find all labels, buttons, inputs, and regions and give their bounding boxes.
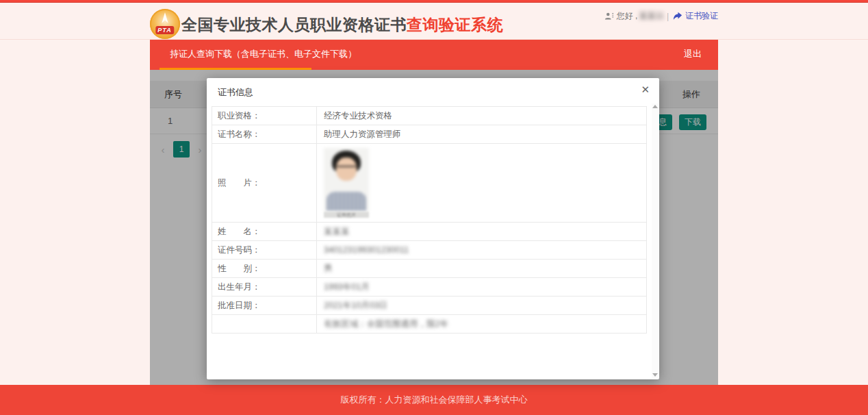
field-value-redacted: 有效区域：全国范围通用，限2年 <box>317 315 647 334</box>
page: PTA 全国专业技术人员职业资格证书查询验证系统 您好 , 某某11 | 证书验… <box>0 0 868 415</box>
field-label: 姓 名： <box>212 223 317 241</box>
close-icon[interactable]: ✕ <box>641 84 650 95</box>
info-row-approval-date: 批准日期： 2021年10月03日 <box>212 297 647 315</box>
photo-wrap: 证件照片 <box>324 148 369 218</box>
certificate-photo <box>324 148 369 211</box>
page-title-main: 全国专业技术人员职业资格证书 <box>181 16 407 34</box>
page-title-accent: 查询验证系统 <box>407 16 503 34</box>
field-value: 助理人力资源管理师 <box>317 125 647 144</box>
field-label: 批准日期： <box>212 297 317 315</box>
page-title: 全国专业技术人员职业资格证书查询验证系统 <box>181 14 503 36</box>
field-label: 证书名称： <box>212 125 317 144</box>
field-value-redacted: 340123199301230011 <box>317 241 647 260</box>
field-label: 证件号码： <box>212 241 317 260</box>
info-row-id-number: 证件号码： 340123199301230011 <box>212 241 647 260</box>
tab-holder-query-download[interactable]: 持证人查询下载（含电子证书、电子文件下载） <box>159 40 367 70</box>
scroll-up-icon[interactable] <box>652 105 658 108</box>
field-label: 出生年月： <box>212 278 317 297</box>
nav-bar: 持证人查询下载（含电子证书、电子文件下载） 退出 <box>150 40 718 70</box>
field-value-redacted: 1993年01月 <box>317 278 647 297</box>
field-value-redacted: 某某某 <box>317 223 647 241</box>
field-value-redacted: 男 <box>317 260 647 278</box>
modal-body: 职业资格： 经济专业技术资格 证书名称： 助理人力资源管理师 照 片： <box>207 103 659 334</box>
logout-button[interactable]: 退出 <box>667 40 718 70</box>
pta-logo: PTA <box>150 9 180 39</box>
certificate-info-table: 职业资格： 经济专业技术资格 证书名称： 助理人力资源管理师 照 片： <box>212 106 647 334</box>
header-container: PTA 全国专业技术人员职业资格证书查询验证系统 您好 , 某某11 | 证书验… <box>150 3 718 39</box>
modal-title: 证书信息 <box>218 86 253 99</box>
info-row-certificate-name: 证书名称： 助理人力资源管理师 <box>212 125 647 144</box>
field-value: 证件照片 <box>317 144 647 223</box>
site-header: PTA 全国专业技术人员职业资格证书查询验证系统 您好 , 某某11 | 证书验… <box>0 3 868 40</box>
field-label <box>212 315 317 334</box>
photo-glasses <box>337 166 356 171</box>
footer: 版权所有：人力资源和社会保障部人事考试中心 <box>0 385 868 415</box>
username-redacted: 某某11 <box>639 10 663 22</box>
field-label: 性 别： <box>212 260 317 278</box>
greeting-text: 您好 , <box>617 10 638 22</box>
top-accent-strip <box>0 0 868 3</box>
pta-logo-text: PTA <box>155 26 174 34</box>
field-label: 职业资格： <box>212 107 317 125</box>
info-row-qualification: 职业资格： 经济专业技术资格 <box>212 107 647 125</box>
certificate-info-modal: 证书信息 ✕ 职业资格： 经济专业技术资格 证书名称： 助理人力资源管理师 照 … <box>207 78 659 379</box>
info-row-gender: 性 别： 男 <box>212 260 647 278</box>
share-arrow-icon <box>673 12 682 21</box>
user-icon <box>604 12 614 21</box>
separator: | <box>667 12 669 21</box>
modal-scrollbar[interactable] <box>652 103 659 378</box>
info-row-birth-date: 出生年月： 1993年01月 <box>212 278 647 297</box>
certificate-verify-link[interactable]: 证书验证 <box>685 10 718 22</box>
copyright-text: 版权所有：人力资源和社会保障部人事考试中心 <box>341 394 528 406</box>
photo-shirt <box>327 192 366 211</box>
user-area: 您好 , 某某11 | 证书验证 <box>604 10 718 22</box>
modal-title-bar: 证书信息 ✕ <box>207 78 659 103</box>
field-value-redacted: 2021年10月03日 <box>317 297 647 315</box>
field-label: 照 片： <box>212 144 317 223</box>
scroll-down-icon[interactable] <box>652 373 658 377</box>
info-row-region: 有效区域：全国范围通用，限2年 <box>212 315 647 334</box>
photo-caption-redacted: 证件照片 <box>324 212 369 218</box>
info-row-photo: 照 片： 证件照片 <box>212 144 647 223</box>
info-row-name: 姓 名： 某某某 <box>212 223 647 241</box>
field-value: 经济专业技术资格 <box>317 107 647 125</box>
